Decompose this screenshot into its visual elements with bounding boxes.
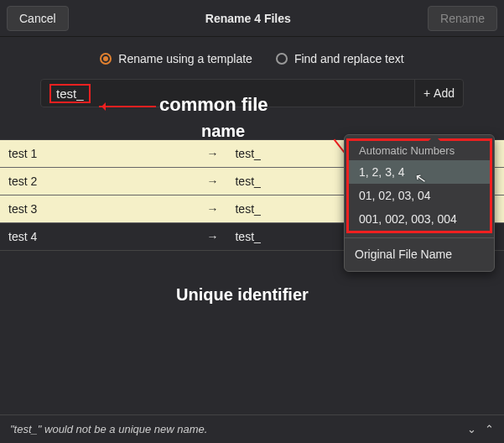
dropdown-section-label: Automatic Numbers (349, 141, 490, 160)
plus-icon: + (423, 86, 430, 100)
annotation-unique-id: Unique identifier (176, 285, 309, 305)
add-button[interactable]: + Add (414, 80, 463, 107)
dropdown-item-001[interactable]: 001, 002, 003, 004 (349, 207, 490, 231)
radio-template[interactable]: Rename using a template (100, 52, 252, 65)
old-name: test 2 (0, 168, 193, 195)
status-message: "test_" would not be a unique new name. (10, 423, 207, 435)
cancel-button[interactable]: Cancel (7, 6, 69, 31)
add-button-label: Add (434, 86, 455, 100)
template-value-highlight: test_ (49, 84, 91, 103)
statusbar: "test_" would not be a unique new name. … (0, 414, 504, 443)
radio-template-label: Rename using a template (118, 52, 252, 65)
radio-dot-icon (276, 53, 288, 65)
dialog-title: Rename 4 Files (205, 12, 291, 25)
dropdown-divider (345, 237, 494, 238)
dropdown-item-123[interactable]: 1, 2, 3, 4 (349, 160, 490, 184)
radio-dot-icon (100, 53, 112, 65)
arrow-icon: → (193, 168, 226, 195)
dropdown-item-0123[interactable]: 01, 02, 03, 04 (349, 184, 490, 207)
chevron-up-icon[interactable]: ⌃ (485, 423, 494, 435)
template-row: test_ + Add (40, 79, 464, 107)
old-name: test 1 (0, 140, 193, 168)
arrow-icon: → (193, 140, 226, 168)
chevron-down-icon[interactable]: ⌄ (467, 423, 476, 435)
rename-button[interactable]: Rename (428, 6, 497, 31)
annotation-red-box: Automatic Numbers 1, 2, 3, 4 01, 02, 03,… (346, 138, 492, 233)
annotation-name: name (201, 122, 245, 141)
arrow-icon: → (193, 195, 226, 223)
arrow-icon: → (193, 223, 226, 251)
template-input[interactable]: test_ (41, 84, 414, 103)
old-name: test 4 (0, 223, 193, 251)
dropdown-item-original[interactable]: Original File Name (345, 242, 494, 266)
mode-row: Rename using a template Find and replace… (0, 37, 504, 76)
radio-findreplace[interactable]: Find and replace text (276, 52, 404, 65)
old-name: test 3 (0, 195, 193, 223)
titlebar: Cancel Rename 4 Files Rename (0, 0, 504, 37)
radio-findreplace-label: Find and replace text (294, 52, 404, 65)
add-dropdown: Automatic Numbers 1, 2, 3, 4 01, 02, 03,… (344, 134, 495, 272)
